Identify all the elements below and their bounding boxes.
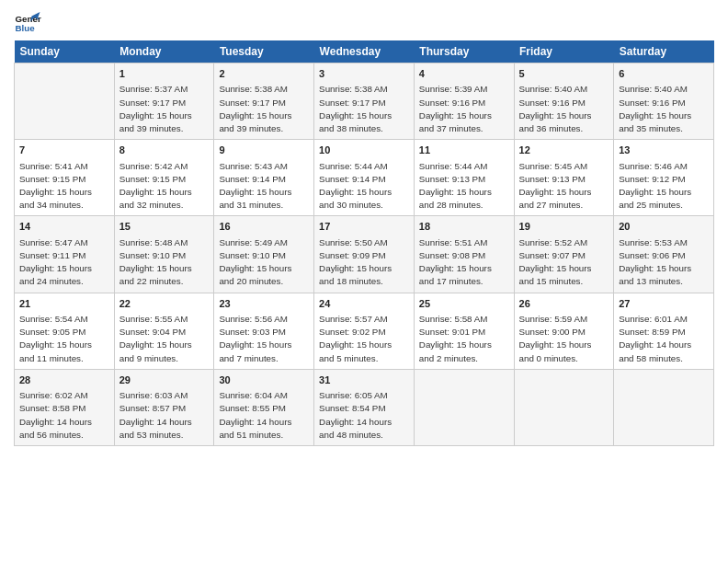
day-number: 17	[319, 220, 409, 234]
calendar-header-row: SundayMondayTuesdayWednesdayThursdayFrid…	[15, 40, 714, 63]
calendar-cell: 13Sunrise: 5:46 AM Sunset: 9:12 PM Dayli…	[614, 140, 714, 216]
day-info: Sunrise: 5:43 AM Sunset: 9:14 PM Dayligh…	[219, 160, 309, 213]
day-info: Sunrise: 5:59 AM Sunset: 9:00 PM Dayligh…	[519, 313, 609, 365]
day-info: Sunrise: 5:47 AM Sunset: 9:11 PM Dayligh…	[19, 236, 109, 289]
day-info: Sunrise: 5:38 AM Sunset: 9:17 PM Dayligh…	[219, 83, 309, 135]
generalblue-logo-icon: General Blue	[14, 9, 41, 37]
day-number: 30	[219, 373, 309, 387]
calendar-cell: 11Sunrise: 5:44 AM Sunset: 9:13 PM Dayli…	[414, 140, 514, 216]
day-number: 24	[319, 297, 409, 311]
day-number: 23	[219, 297, 309, 311]
day-number: 19	[519, 220, 609, 234]
day-number: 25	[419, 297, 509, 311]
day-number: 28	[19, 373, 109, 387]
calendar-cell: 14Sunrise: 5:47 AM Sunset: 9:11 PM Dayli…	[15, 216, 115, 293]
day-info: Sunrise: 5:39 AM Sunset: 9:16 PM Dayligh…	[419, 83, 509, 135]
day-number: 1	[119, 67, 210, 81]
day-info: Sunrise: 5:46 AM Sunset: 9:12 PM Dayligh…	[619, 160, 709, 213]
calendar-cell: 2Sunrise: 5:38 AM Sunset: 9:17 PM Daylig…	[214, 63, 314, 140]
page-container: General Blue SundayMondayTuesdayWednesda…	[0, 0, 728, 455]
calendar-week-row: 28Sunrise: 6:02 AM Sunset: 8:58 PM Dayli…	[15, 369, 714, 445]
calendar-cell: 18Sunrise: 5:51 AM Sunset: 9:08 PM Dayli…	[414, 216, 514, 293]
day-number: 22	[119, 297, 210, 311]
calendar-cell: 8Sunrise: 5:42 AM Sunset: 9:15 PM Daylig…	[114, 140, 214, 216]
day-number: 9	[219, 144, 309, 157]
calendar-week-row: 14Sunrise: 5:47 AM Sunset: 9:11 PM Dayli…	[15, 216, 714, 293]
calendar-cell: 25Sunrise: 5:58 AM Sunset: 9:01 PM Dayli…	[414, 293, 514, 369]
day-number: 2	[219, 67, 309, 81]
day-info: Sunrise: 5:42 AM Sunset: 9:15 PM Dayligh…	[119, 160, 210, 213]
day-info: Sunrise: 5:41 AM Sunset: 9:15 PM Dayligh…	[19, 160, 109, 213]
day-number: 5	[519, 67, 609, 81]
calendar-cell: 16Sunrise: 5:49 AM Sunset: 9:10 PM Dayli…	[214, 216, 314, 293]
calendar-cell	[15, 63, 115, 140]
calendar-cell: 31Sunrise: 6:05 AM Sunset: 8:54 PM Dayli…	[314, 369, 415, 445]
day-number: 7	[19, 144, 109, 157]
day-number: 15	[119, 220, 210, 234]
calendar-cell: 6Sunrise: 5:40 AM Sunset: 9:16 PM Daylig…	[614, 63, 714, 140]
col-header-wednesday: Wednesday	[314, 40, 415, 63]
calendar-week-row: 21Sunrise: 5:54 AM Sunset: 9:05 PM Dayli…	[15, 293, 714, 369]
calendar-cell: 7Sunrise: 5:41 AM Sunset: 9:15 PM Daylig…	[15, 140, 115, 216]
day-number: 27	[619, 297, 709, 311]
day-number: 8	[119, 144, 210, 157]
calendar-cell: 29Sunrise: 6:03 AM Sunset: 8:57 PM Dayli…	[114, 369, 214, 445]
day-number: 29	[119, 373, 210, 387]
day-info: Sunrise: 5:49 AM Sunset: 9:10 PM Dayligh…	[219, 236, 309, 289]
calendar-cell: 23Sunrise: 5:56 AM Sunset: 9:03 PM Dayli…	[214, 293, 314, 369]
day-info: Sunrise: 5:58 AM Sunset: 9:01 PM Dayligh…	[419, 313, 509, 365]
day-info: Sunrise: 5:52 AM Sunset: 9:07 PM Dayligh…	[519, 236, 609, 289]
day-info: Sunrise: 5:37 AM Sunset: 9:17 PM Dayligh…	[119, 83, 210, 135]
day-info: Sunrise: 5:53 AM Sunset: 9:06 PM Dayligh…	[619, 236, 709, 289]
day-number: 6	[619, 67, 709, 81]
calendar-cell: 17Sunrise: 5:50 AM Sunset: 9:09 PM Dayli…	[314, 216, 415, 293]
calendar-cell: 5Sunrise: 5:40 AM Sunset: 9:16 PM Daylig…	[514, 63, 614, 140]
day-number: 3	[319, 67, 409, 81]
calendar-cell: 3Sunrise: 5:38 AM Sunset: 9:17 PM Daylig…	[314, 63, 415, 140]
calendar-cell: 4Sunrise: 5:39 AM Sunset: 9:16 PM Daylig…	[414, 63, 514, 140]
col-header-sunday: Sunday	[15, 40, 115, 63]
day-number: 12	[519, 144, 609, 157]
day-number: 31	[319, 373, 409, 387]
col-header-friday: Friday	[514, 40, 614, 63]
day-number: 18	[419, 220, 509, 234]
day-info: Sunrise: 5:45 AM Sunset: 9:13 PM Dayligh…	[519, 160, 609, 213]
calendar-cell: 10Sunrise: 5:44 AM Sunset: 9:14 PM Dayli…	[314, 140, 415, 216]
calendar-cell	[514, 369, 614, 445]
day-info: Sunrise: 5:38 AM Sunset: 9:17 PM Dayligh…	[319, 83, 409, 135]
day-info: Sunrise: 6:03 AM Sunset: 8:57 PM Dayligh…	[119, 389, 210, 442]
logo: General Blue	[14, 9, 41, 37]
calendar-week-row: 7Sunrise: 5:41 AM Sunset: 9:15 PM Daylig…	[15, 140, 714, 216]
day-number: 14	[19, 220, 109, 234]
day-info: Sunrise: 6:04 AM Sunset: 8:55 PM Dayligh…	[219, 389, 309, 442]
day-number: 26	[519, 297, 609, 311]
col-header-monday: Monday	[114, 40, 214, 63]
calendar-cell: 19Sunrise: 5:52 AM Sunset: 9:07 PM Dayli…	[514, 216, 614, 293]
calendar-cell: 24Sunrise: 5:57 AM Sunset: 9:02 PM Dayli…	[314, 293, 415, 369]
day-info: Sunrise: 5:57 AM Sunset: 9:02 PM Dayligh…	[319, 313, 409, 365]
day-info: Sunrise: 5:54 AM Sunset: 9:05 PM Dayligh…	[19, 313, 109, 365]
day-info: Sunrise: 5:44 AM Sunset: 9:13 PM Dayligh…	[419, 160, 509, 213]
header: General Blue	[14, 9, 714, 37]
day-info: Sunrise: 5:40 AM Sunset: 9:16 PM Dayligh…	[619, 83, 709, 135]
calendar-cell: 15Sunrise: 5:48 AM Sunset: 9:10 PM Dayli…	[114, 216, 214, 293]
calendar-cell: 22Sunrise: 5:55 AM Sunset: 9:04 PM Dayli…	[114, 293, 214, 369]
day-info: Sunrise: 5:44 AM Sunset: 9:14 PM Dayligh…	[319, 160, 409, 213]
calendar-cell: 26Sunrise: 5:59 AM Sunset: 9:00 PM Dayli…	[514, 293, 614, 369]
day-number: 16	[219, 220, 309, 234]
col-header-tuesday: Tuesday	[214, 40, 314, 63]
calendar-cell: 21Sunrise: 5:54 AM Sunset: 9:05 PM Dayli…	[15, 293, 115, 369]
day-info: Sunrise: 5:48 AM Sunset: 9:10 PM Dayligh…	[119, 236, 210, 289]
calendar-cell	[414, 369, 514, 445]
svg-text:Blue: Blue	[16, 23, 36, 33]
day-number: 20	[619, 220, 709, 234]
day-info: Sunrise: 6:01 AM Sunset: 8:59 PM Dayligh…	[619, 313, 709, 365]
day-info: Sunrise: 5:51 AM Sunset: 9:08 PM Dayligh…	[419, 236, 509, 289]
day-info: Sunrise: 6:05 AM Sunset: 8:54 PM Dayligh…	[319, 389, 409, 442]
calendar-table: SundayMondayTuesdayWednesdayThursdayFrid…	[14, 40, 714, 446]
calendar-cell: 27Sunrise: 6:01 AM Sunset: 8:59 PM Dayli…	[614, 293, 714, 369]
calendar-cell: 12Sunrise: 5:45 AM Sunset: 9:13 PM Dayli…	[514, 140, 614, 216]
day-number: 11	[419, 144, 509, 157]
calendar-week-row: 1Sunrise: 5:37 AM Sunset: 9:17 PM Daylig…	[15, 63, 714, 140]
day-number: 13	[619, 144, 709, 157]
